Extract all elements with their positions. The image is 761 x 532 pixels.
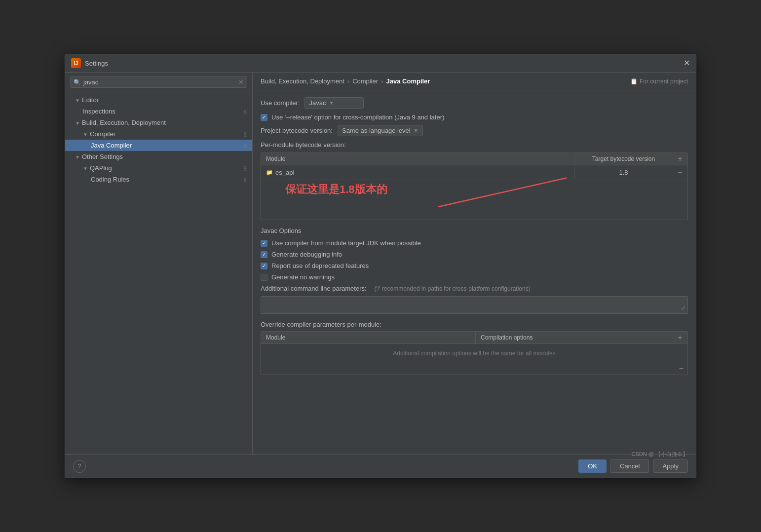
opt2-row: Generate debugging info [261, 251, 688, 258]
use-compiler-row: Use compiler: Javac ▼ [261, 97, 688, 109]
bytecode-select[interactable]: Same as language level ▼ [338, 125, 423, 136]
expand-icon: ▼ [75, 120, 80, 125]
apply-button[interactable]: Apply [653, 459, 688, 473]
bytecode-table: Module Target bytecode version + 📁 es_ap… [261, 152, 688, 220]
expand-icon[interactable]: ⤢ [681, 305, 685, 311]
release-option-row: Use '--release' option for cross-compila… [261, 114, 688, 121]
opt1-label: Use compiler from module target JDK when… [271, 239, 421, 247]
breadcrumb-sep1: › [347, 77, 349, 85]
opt1-checkbox[interactable] [261, 240, 267, 247]
right-panel: Build, Execution, Deployment › Compiler … [253, 73, 696, 454]
use-compiler-label: Use compiler: [261, 99, 300, 107]
bytecode-version-row: Project bytecode version: Same as langua… [261, 125, 688, 136]
override-empty-text: Additional compilation options will be t… [261, 344, 687, 363]
search-clear-icon[interactable]: ✕ [238, 78, 244, 86]
opt1-row: Use compiler from module target JDK when… [261, 239, 688, 247]
release-checkbox[interactable] [261, 114, 267, 121]
expand-icon: ▼ [75, 154, 80, 159]
sidebar-item-editor[interactable]: ▼ Editor [65, 94, 252, 106]
add-override-icon[interactable]: + [676, 333, 684, 342]
breadcrumb-part1: Build, Execution, Deployment [261, 77, 344, 85]
bytecode-label: Project bytecode version: [261, 127, 333, 134]
dropdown-arrow-icon: ▼ [414, 128, 419, 133]
table-row-actions: − [673, 167, 687, 179]
breadcrumb-sep2: › [381, 77, 383, 85]
sidebar-item-other-settings[interactable]: ▼ Other Settings [65, 151, 252, 162]
for-current-project: 📋 For current project [630, 78, 688, 85]
copy-icon: ⎘ [244, 165, 247, 171]
search-input[interactable] [83, 78, 236, 86]
sidebar-tree: ▼ Editor Inspections ⎘ ▼ Build, Executio… [65, 92, 252, 454]
sidebar-item-label: Compiler [90, 130, 115, 138]
module-name-cell: 📁 es_api [261, 167, 574, 178]
opt3-checkbox[interactable] [261, 263, 267, 269]
sidebar-item-label: Build, Execution, Deployment [82, 119, 166, 126]
additional-params-label: Additional command line parameters: [261, 285, 367, 292]
panel-body: Use compiler: Javac ▼ Use '--release' op… [253, 90, 696, 454]
ok-button[interactable]: OK [578, 459, 607, 473]
params-input[interactable]: ⤢ [261, 296, 688, 314]
breadcrumb-part3: Java Compiler [386, 77, 430, 85]
override-module-col: Module [261, 332, 475, 343]
breadcrumb: Build, Execution, Deployment › Compiler … [253, 73, 696, 90]
sidebar-item-label: Editor [82, 96, 99, 104]
title-bar: IJ Settings ✕ [65, 54, 696, 73]
for-current-project-label: For current project [640, 78, 688, 85]
remove-row-button[interactable]: − [676, 168, 684, 178]
settings-dialog: IJ Settings ✕ 🔍 ✕ ▼ Editor [65, 54, 696, 478]
module-table-container: Module Target bytecode version + 📁 es_ap… [261, 152, 688, 220]
opt4-row: Generate no warnings [261, 273, 688, 281]
search-icon: 🔍 [74, 79, 81, 86]
module-col-header: Module [261, 153, 574, 165]
opt2-label: Generate debugging info [271, 251, 342, 258]
per-module-label: Per-module bytecode version: [261, 141, 688, 149]
compiler-value: Javac [309, 99, 326, 107]
override-remove-row: − [261, 363, 687, 375]
copy-icon: ⎘ [244, 131, 247, 137]
watermark: CSDN @ 【小白撞伞】 [632, 451, 688, 458]
sidebar-item-build[interactable]: ▼ Build, Execution, Deployment [65, 117, 252, 128]
search-bar: 🔍 ✕ [65, 73, 252, 92]
module-folder-icon: 📁 [266, 169, 273, 176]
add-module-button[interactable]: + [673, 153, 687, 165]
javac-options-section: Javac Options Use compiler from module t… [261, 227, 688, 375]
search-wrap[interactable]: 🔍 ✕ [70, 76, 247, 88]
version-col-header: Target bytecode version [574, 153, 673, 165]
project-icon: 📋 [630, 78, 638, 85]
compiler-select[interactable]: Javac ▼ [304, 97, 364, 109]
sidebar-item-java-compiler[interactable]: Java Compiler ⎘ [65, 140, 252, 151]
opt4-checkbox[interactable] [261, 274, 267, 281]
slash-hint: ('/' recommended in paths for cross-plat… [375, 285, 531, 292]
bottom-actions: OK Cancel Apply [578, 459, 688, 473]
close-button[interactable]: ✕ [683, 60, 690, 67]
sidebar-item-label: Inspections [83, 108, 115, 115]
add-row-icon[interactable]: + [676, 154, 684, 164]
sidebar-item-qaplug[interactable]: ▼ QAPlug ⎘ [65, 162, 252, 174]
table-row: 📁 es_api 1.8 − [261, 165, 687, 180]
title-bar-left: IJ Settings [71, 58, 108, 68]
add-override-button[interactable]: + [673, 332, 687, 343]
opt3-row: Report use of deprecated features [261, 262, 688, 269]
help-button[interactable]: ? [73, 460, 86, 473]
opt3-label: Report use of deprecated features [271, 262, 369, 269]
javac-options-title: Javac Options [261, 227, 688, 234]
bytecode-value: Same as language level [342, 127, 411, 134]
sidebar-item-label: Java Compiler [91, 142, 132, 149]
copy-icon: ⎘ [244, 177, 247, 183]
sidebar-item-inspections[interactable]: Inspections ⎘ [65, 106, 252, 117]
module-version-cell[interactable]: 1.8 [574, 167, 673, 178]
additional-params-header: Additional command line parameters: ('/'… [261, 285, 688, 294]
expand-icon: ▼ [83, 166, 88, 171]
cancel-button[interactable]: Cancel [610, 459, 649, 473]
dialog-title: Settings [85, 60, 108, 67]
release-option-label: Use '--release' option for cross-compila… [271, 114, 444, 121]
opt2-checkbox[interactable] [261, 251, 267, 258]
bottom-bar: ? OK Cancel Apply [65, 454, 696, 478]
table-header: Module Target bytecode version + [261, 153, 687, 165]
module-name: es_api [275, 169, 294, 176]
sidebar-item-compiler[interactable]: ▼ Compiler ⎘ [65, 128, 252, 140]
remove-override-button[interactable]: − [677, 364, 685, 374]
sidebar-item-label: QAPlug [90, 164, 112, 172]
empty-table-space [261, 180, 687, 220]
sidebar-item-coding-rules[interactable]: Coding Rules ⎘ [65, 174, 252, 185]
